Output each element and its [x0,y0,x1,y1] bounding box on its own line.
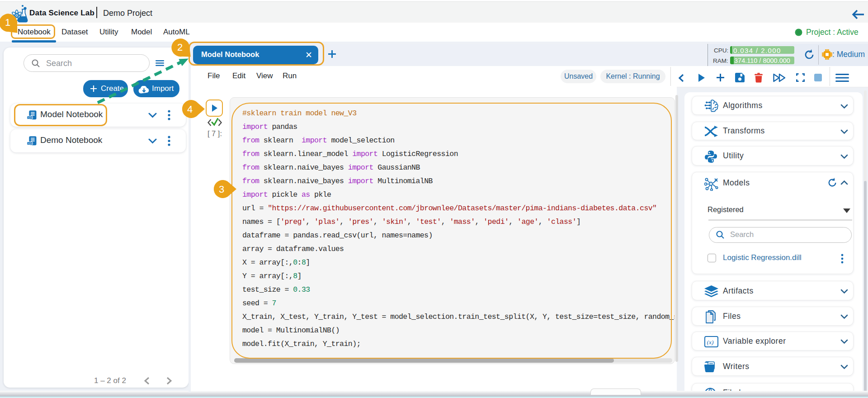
svg-text:3: 3 [219,184,224,195]
svg-text:2: 2 [177,42,183,53]
svg-text:1: 1 [5,17,10,28]
svg-text:4: 4 [187,104,193,115]
